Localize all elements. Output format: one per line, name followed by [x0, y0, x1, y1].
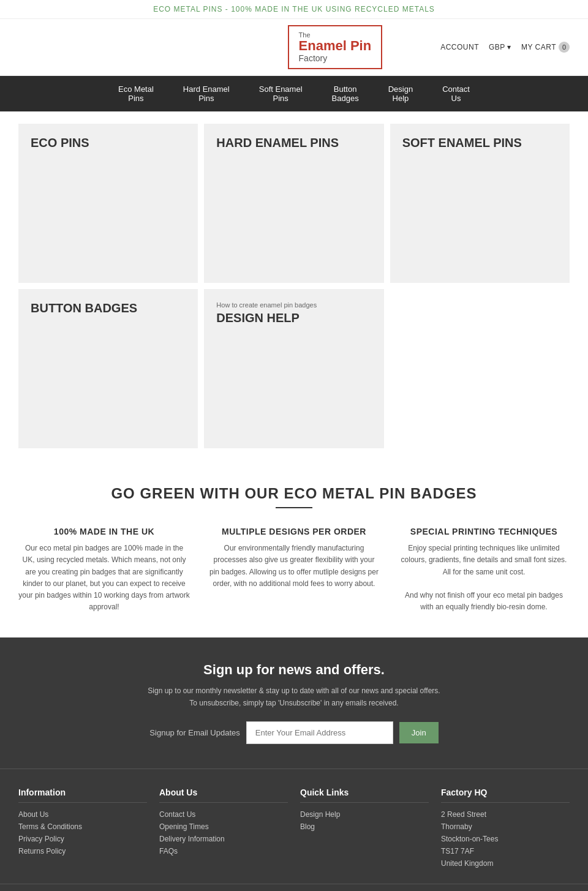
footer-privacy[interactable]: Privacy Policy: [18, 835, 147, 843]
features-divider: [276, 507, 312, 508]
footer-blog[interactable]: Blog: [300, 822, 429, 831]
logo[interactable]: The Enamel Pin Factory: [288, 25, 383, 69]
cart-area[interactable]: MY CART 0: [521, 42, 570, 53]
feature-3-text: Enjoy special printing techniques like u…: [398, 543, 570, 613]
newsletter-label: Signup for Email Updates: [149, 728, 239, 737]
footer: Information About Us Terms & Conditions …: [0, 769, 588, 884]
header: The Enamel Pin Factory ACCOUNT GBP ▾ MY …: [0, 19, 588, 76]
eco-pins-title: ECO PINS: [31, 136, 186, 150]
product-card-design-help[interactable]: How to create enamel pin badges DESIGN H…: [204, 289, 383, 448]
footer-about-heading: About Us: [159, 788, 288, 803]
newsletter-join-button[interactable]: Join: [399, 722, 439, 743]
product-card-soft-enamel[interactable]: SOFT ENAMEL PINS: [390, 124, 570, 283]
cart-link[interactable]: MY CART: [521, 43, 556, 51]
footer-factory-hq: Factory HQ 2 Reed Street Thornaby Stockt…: [441, 788, 570, 871]
features-grid: 100% MADE IN THE UK Our eco metal pin ba…: [18, 527, 570, 613]
features-section: GO GREEN WITH OUR ECO METAL PIN BADGES 1…: [0, 461, 588, 637]
product-card-button-badges[interactable]: BUTTON BADGES: [18, 289, 198, 448]
soft-enamel-title: SOFT ENAMEL PINS: [402, 136, 557, 150]
factory-address-3: Stockton-on-Tees: [441, 835, 570, 843]
nav-design-help[interactable]: DesignHelp: [374, 76, 428, 111]
logo-factory: Factory: [299, 53, 372, 63]
footer-information: Information About Us Terms & Conditions …: [18, 788, 147, 871]
footer-about-us: About Us Contact Us Opening Times Delive…: [159, 788, 288, 871]
design-help-subtitle: How to create enamel pin badges: [216, 301, 371, 309]
footer-returns[interactable]: Returns Policy: [18, 847, 147, 855]
hard-enamel-title: HARD ENAMEL PINS: [216, 136, 371, 150]
nav-contact-us[interactable]: ContactUs: [428, 76, 484, 111]
features-heading: GO GREEN WITH OUR ECO METAL PIN BADGES: [18, 485, 570, 502]
product-card-eco-pins[interactable]: ECO PINS: [18, 124, 198, 283]
product-card-empty: [390, 289, 570, 448]
design-help-title: DESIGN HELP: [216, 311, 371, 325]
feature-made-in-uk: 100% MADE IN THE UK Our eco metal pin ba…: [18, 527, 190, 613]
newsletter-section: Sign up for news and offers. Sign up to …: [0, 637, 588, 768]
nav-button-badges[interactable]: ButtonBadges: [317, 76, 374, 111]
factory-address-5: United Kingdom: [441, 859, 570, 868]
logo-main: Enamel Pin: [299, 39, 372, 53]
main-nav: Eco MetalPins Hard EnamelPins Soft Ename…: [0, 76, 588, 111]
footer-bottom: Copyright © 2023 The Enamel Pin Factory …: [0, 884, 588, 891]
button-badges-title: BUTTON BADGES: [31, 301, 186, 315]
feature-2-title: MULTIPLE DESIGNS PER ORDER: [208, 527, 380, 536]
header-logo[interactable]: The Enamel Pin Factory: [230, 25, 441, 69]
nav-eco-metal-pins[interactable]: Eco MetalPins: [104, 76, 168, 111]
product-card-hard-enamel[interactable]: HARD ENAMEL PINS: [204, 124, 383, 283]
feature-1-title: 100% MADE IN THE UK: [18, 527, 190, 536]
factory-address-2: Thornaby: [441, 822, 570, 831]
product-grid-row2: BUTTON BADGES How to create enamel pin b…: [0, 289, 588, 461]
factory-address-1: 2 Reed Street: [441, 810, 570, 819]
newsletter-form: Signup for Email Updates Join: [18, 721, 570, 744]
product-grid-row1: ECO PINS HARD ENAMEL PINS SOFT ENAMEL PI…: [0, 111, 588, 289]
top-banner: ECO METAL PINS - 100% MADE IN THE UK USI…: [0, 0, 588, 19]
footer-contact-us[interactable]: Contact Us: [159, 810, 288, 819]
nav-soft-enamel-pins[interactable]: Soft EnamelPins: [244, 76, 317, 111]
account-link[interactable]: ACCOUNT: [440, 43, 479, 51]
nav-hard-enamel-pins[interactable]: Hard EnamelPins: [168, 76, 244, 111]
footer-quick-links: Quick Links Design Help Blog: [300, 788, 429, 871]
footer-terms[interactable]: Terms & Conditions: [18, 822, 147, 831]
newsletter-email-input[interactable]: [246, 721, 393, 744]
footer-design-help[interactable]: Design Help: [300, 810, 429, 819]
feature-2-text: Our environmentally friendly manufacturi…: [208, 543, 380, 590]
footer-faqs[interactable]: FAQs: [159, 847, 288, 855]
footer-factory-hq-heading: Factory HQ: [441, 788, 570, 803]
footer-delivery[interactable]: Delivery Information: [159, 835, 288, 843]
newsletter-description: Sign up to our monthly newsletter & stay…: [18, 685, 570, 709]
footer-quick-links-heading: Quick Links: [300, 788, 429, 803]
feature-3-title: SPECIAL PRINTING TECHNIQUES: [398, 527, 570, 536]
newsletter-heading: Sign up for news and offers.: [18, 662, 570, 678]
factory-address-4: TS17 7AF: [441, 847, 570, 855]
cart-count: 0: [559, 42, 570, 53]
feature-special-printing: SPECIAL PRINTING TECHNIQUES Enjoy specia…: [398, 527, 570, 613]
footer-about-us[interactable]: About Us: [18, 810, 147, 819]
feature-multiple-designs: MULTIPLE DESIGNS PER ORDER Our environme…: [208, 527, 380, 613]
header-right: ACCOUNT GBP ▾ MY CART 0: [440, 42, 570, 53]
footer-information-heading: Information: [18, 788, 147, 803]
footer-opening-times[interactable]: Opening Times: [159, 822, 288, 831]
feature-1-text: Our eco metal pin badges are 100% made i…: [18, 543, 190, 613]
currency-selector[interactable]: GBP ▾: [489, 43, 511, 51]
